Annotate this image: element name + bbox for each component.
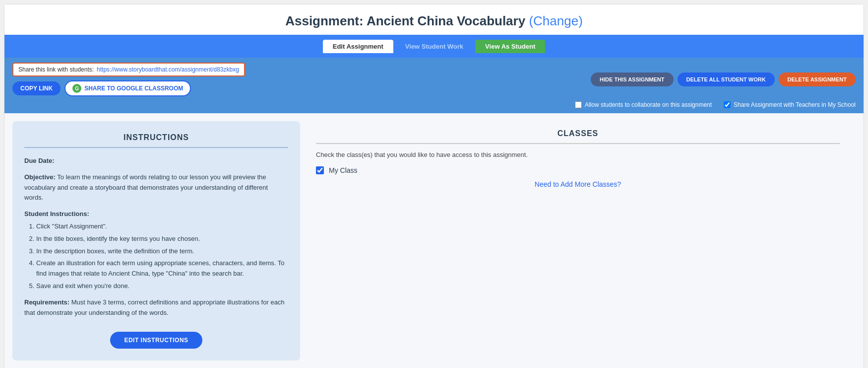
step-3: In the description boxes, write the defi… — [36, 246, 288, 257]
objective-text: To learn the meanings of words relating … — [24, 173, 268, 202]
toolbar: Share this link with students: https://w… — [4, 58, 864, 101]
edit-instructions-button[interactable]: EDIT INSTRUCTIONS — [110, 332, 202, 349]
share-link-label: Share this link with students: — [18, 66, 94, 73]
collaborate-checkbox[interactable] — [575, 101, 582, 108]
add-more-classes-link[interactable]: Need to Add More Classes? — [316, 180, 840, 188]
objective-section: Objective: To learn the meanings of word… — [24, 172, 288, 203]
delete-assignment-button[interactable]: DELETE ASSIGNMENT — [779, 73, 856, 86]
toolbar-right: HIDE THIS ASSIGNMENT DELETE ALL STUDENT … — [591, 73, 856, 86]
classes-title: CLASSES — [316, 129, 840, 144]
toolbar-left: Share this link with students: https://w… — [12, 63, 245, 96]
my-class-label: My Class — [329, 166, 358, 174]
instructions-panel: INSTRUCTIONS Due Date: Objective: To lea… — [12, 121, 300, 361]
share-google-classroom-button[interactable]: G SHARE TO GOOGLE CLASSROOM — [64, 80, 191, 96]
class-item: My Class — [316, 166, 840, 174]
requirements-label: Requirements: — [24, 298, 69, 306]
step-5: Save and exit when you're done. — [36, 281, 288, 292]
change-link[interactable]: (Change) — [529, 13, 582, 28]
checkboxes-row: Allow students to collaborate on this as… — [4, 101, 864, 113]
google-classroom-label: SHARE TO GOOGLE CLASSROOM — [84, 85, 183, 92]
title-text: Assignment: Ancient China Vocabulary — [285, 13, 525, 28]
share-teachers-checkbox[interactable] — [724, 101, 731, 108]
collaborate-label: Allow students to collaborate on this as… — [585, 101, 712, 108]
instructions-title: INSTRUCTIONS — [24, 133, 288, 148]
share-link-url[interactable]: https://www.storyboardthat.com/assignmen… — [97, 66, 239, 73]
nav-tabs: Edit Assignment View Student Work View A… — [323, 40, 546, 53]
main-content: INSTRUCTIONS Due Date: Objective: To lea… — [4, 113, 864, 368]
step-4: Create an illustration for each term usi… — [36, 258, 288, 279]
step-1: Click "Start Assignment". — [36, 221, 288, 232]
page-title: Assignment: Ancient China Vocabulary (Ch… — [4, 13, 864, 29]
toolbar-buttons: COPY LINK G SHARE TO GOOGLE CLASSROOM — [12, 80, 245, 96]
due-date-label: Due Date: — [24, 157, 55, 164]
objective-label: Objective: — [24, 173, 56, 181]
delete-student-work-button[interactable]: DELETE ALL STUDENT WORK — [678, 73, 775, 86]
requirements-section: Requirements: Must have 3 terms, correct… — [24, 297, 288, 318]
step-2: In the title boxes, identify the key ter… — [36, 234, 288, 244]
classes-description: Check the class(es) that you would like … — [316, 151, 840, 158]
hide-assignment-button[interactable]: HIDE THIS ASSIGNMENT — [591, 73, 673, 86]
page-header: Assignment: Ancient China Vocabulary (Ch… — [4, 4, 864, 35]
tab-view-student-work[interactable]: View Student Work — [395, 40, 473, 53]
classes-panel: CLASSES Check the class(es) that you wou… — [300, 121, 856, 361]
share-link-box: Share this link with students: https://w… — [12, 63, 245, 76]
instructions-content: Due Date: Objective: To learn the meanin… — [24, 156, 288, 324]
tab-edit-assignment[interactable]: Edit Assignment — [323, 40, 393, 53]
share-teachers-label: Share Assignment with Teachers in My Sch… — [734, 101, 856, 108]
steps-list: Click "Start Assignment". In the title b… — [36, 221, 288, 292]
student-instructions-label: Student Instructions: — [24, 209, 288, 220]
google-icon: G — [72, 84, 81, 93]
page-wrapper: Assignment: Ancient China Vocabulary (Ch… — [4, 4, 864, 368]
nav-bar: Edit Assignment View Student Work View A… — [4, 35, 864, 58]
tab-view-as-student[interactable]: View As Student — [475, 40, 545, 53]
share-teachers-checkbox-item[interactable]: Share Assignment with Teachers in My Sch… — [724, 101, 856, 108]
student-instructions-section: Student Instructions: Click "Start Assig… — [24, 209, 288, 292]
copy-link-button[interactable]: COPY LINK — [12, 81, 61, 95]
my-class-checkbox[interactable] — [316, 166, 324, 174]
due-date-section: Due Date: — [24, 156, 288, 166]
collaborate-checkbox-item[interactable]: Allow students to collaborate on this as… — [575, 101, 712, 108]
